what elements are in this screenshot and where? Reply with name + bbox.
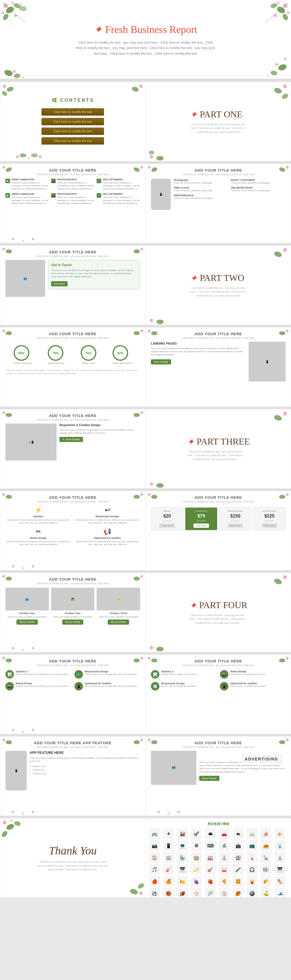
part-two-text: Click here to modify the text , you may … [190, 286, 246, 298]
part-four-text: Click here to modify the text , you may … [189, 614, 246, 625]
part-three-label: PART THREE [197, 436, 250, 447]
part-one-label: PART ONE [200, 109, 242, 119]
svg-point-24 [270, 70, 278, 76]
svg-point-128 [6, 823, 15, 831]
circle-2: 70% Adobe Illustrator [48, 345, 64, 364]
product-3: 🤝 Product Three There are many variation… [97, 588, 140, 625]
if-item-1: ⚡ Statistic Please click here to modify … [5, 506, 71, 525]
i4-icon-1: 📊 [5, 670, 14, 679]
icon-cell-43: 🍇 [191, 876, 202, 887]
contents-btn-2[interactable]: Click here to modify the text [41, 118, 104, 125]
icon-cell-55: 🏐 [219, 888, 230, 897]
resp-header: ADD YOUR TITLE HERE Click here to modify… [5, 414, 140, 421]
circle-1: 80% Adobe Photoshop [14, 345, 32, 364]
feature-item-5: 📷 PHOTOGRAPHY There are many variations … [51, 192, 95, 205]
if-header: ADD YOUR TITLE HERE Click here to modify… [5, 495, 140, 503]
contents-btn-3[interactable]: Click here to modify the text [41, 127, 104, 135]
icon-cell-34: 🎻 [205, 864, 216, 875]
icon-cell-49: 🌯 [275, 876, 285, 887]
slide-title: ✦ Fresh Business Report Click here to mo… [0, 0, 291, 80]
icon-cell-14: ⌨ [205, 840, 216, 851]
svg-point-126 [3, 821, 6, 825]
resp-btn[interactable]: ✕ More Details [59, 437, 83, 442]
bullet-1-icon: ✓ [30, 765, 32, 767]
separator-4 [0, 325, 291, 327]
if-grid: ⚡ Statistic Please click here to modify … [5, 506, 140, 546]
i4-icon-3: 📷 [5, 682, 14, 690]
separator-6 [0, 488, 291, 491]
adv-btn[interactable]: More Details [199, 776, 219, 781]
circle-3: 76% Adobe Flash [81, 345, 96, 364]
basic-btn[interactable]: Order Now [159, 523, 175, 528]
standard-btn[interactable]: Order Now [194, 523, 209, 528]
slide-appfeature: ADD YOUR TITLE HERE APP FEATURE Click he… [0, 736, 145, 816]
svg-point-130 [0, 830, 8, 838]
phone-features-grid: Photograph There are many variations of … [173, 179, 286, 199]
photo-icon-2: 📷 [51, 193, 56, 198]
app-phone-image: 📱 [5, 751, 27, 791]
icon-cell-12: 💻 [177, 840, 188, 851]
icons-grid-container: 🚌✈🚂🚀🛳🚗🏍🚲⛵🚁📷📱💻🖥⌨🖨📠📺📻📡🏠🏢🏪🏫🏭⛪🏰🗼🗽⛲🎵🎸🎹🎺🎻🥁🎤🎧🎼🎹… [149, 828, 287, 897]
row-6: ADD YOUR TITLE HERE Click here to modify… [0, 409, 291, 488]
ultra-btn[interactable]: Order Now [262, 523, 277, 528]
icon-cell-7: 🚲 [246, 828, 258, 839]
floral-tr-icon [245, 0, 291, 45]
icon-cell-31: 🎸 [163, 864, 174, 875]
svg-point-4 [13, 2, 21, 9]
icon-cell-48: 🌮 [261, 876, 271, 887]
icon-cell-5: 🚗 [219, 828, 230, 839]
profession-btn[interactable]: Order Now [227, 523, 243, 528]
phone-image: 📱 [151, 179, 171, 210]
icon-cell-27: 🗼 [246, 852, 258, 863]
icon-cell-51: 🏀 [163, 888, 174, 897]
git-btn[interactable]: Get More [51, 281, 68, 286]
slide-pricing: ADD YOUR TITLE HERE Click here to modify… [145, 491, 291, 570]
svg-point-13 [287, 11, 289, 14]
features-inner: ADD YOUR TITLE HERE Click here to modify… [0, 164, 145, 243]
icon-cell-57: 🎱 [246, 888, 258, 897]
row-11: Thank You Click here to modify the text … [0, 818, 291, 897]
icon-cell-1: ✈ [163, 828, 174, 839]
phone-title: ADD YOUR TITLE HERE [151, 168, 286, 172]
title-body: Click here to modify the text , you may … [75, 40, 216, 57]
features-header: ADD YOUR TITLE HERE Click here to modify… [5, 168, 140, 176]
product-btn-2[interactable]: READ MORE [62, 619, 84, 625]
slide-thankyou: Thank You Click here to modify the text … [0, 818, 145, 897]
app-feature-text: There are many variations of passages of… [30, 756, 140, 763]
icon-cell-33: 🎺 [191, 864, 202, 875]
products-inner: ADD YOUR TITLE HERE Click here to modify… [0, 573, 145, 652]
feature-text-5: PHOTOGRAPHY There are many variations of… [57, 192, 95, 205]
i4-item-4: 📱 Optimized for mobiles Please does here… [75, 682, 140, 690]
landing-btn[interactable]: More Details [151, 360, 171, 364]
circles-inner: ADD YOUR TITLE HERE Click here to modify… [0, 328, 145, 406]
icon-cell-42: 🍋 [177, 876, 188, 887]
part-three-text: Click here to modify the text , you may … [187, 450, 243, 461]
thankyou-content: Thank You Click here to modify the text … [32, 838, 114, 877]
product-btn-3[interactable]: READ MORE [108, 619, 129, 625]
row-8: ADD YOUR TITLE HERE Click here to modify… [0, 573, 291, 652]
icon-cell-36: 🎤 [233, 864, 243, 875]
p2-icon-4: 📱 [220, 682, 229, 690]
icon-cell-3: 🚀 [191, 828, 202, 839]
phone-feat-4: UNLIMITED BOOK There are many variations… [231, 186, 286, 192]
icon-cell-38: 🎼 [261, 864, 271, 875]
feature-item-2: 📷 PHOTOGRAPHY There are many variations … [51, 178, 95, 190]
seo-icon-2: ✓ [97, 193, 101, 198]
row-4: ADD YOUR TITLE HERE Click here to modify… [0, 245, 291, 325]
slide-phone-features: ADD YOUR TITLE HERE Click here to modify… [145, 164, 291, 243]
svg-point-21 [13, 70, 16, 73]
pricing-cards: BASIC $20 per month Order Now STANDARD $… [151, 508, 286, 530]
svg-point-27 [284, 57, 287, 60]
icon-cell-58: ⛳ [261, 888, 271, 897]
icon-cell-24: 🏭 [205, 852, 216, 863]
contents-btn-1[interactable]: Click here to modify the text [41, 108, 104, 116]
icon-cell-45: 🍕 [219, 876, 230, 887]
separator-1 [0, 80, 291, 82]
git-title: ADD YOUR TITLE HERE [5, 250, 140, 254]
separator-9 [0, 734, 291, 736]
contents-btn-4[interactable]: Click here to modify the text [41, 137, 104, 145]
product-btn-1[interactable]: READ MORE [16, 619, 38, 625]
phone-feat-2: HAPPY CUSTOMER There are many variations… [231, 179, 286, 184]
p2-item-1: 📊 Statistic 4 Please click to modify the… [151, 670, 216, 679]
icon-cell-15: 🖨 [219, 840, 230, 851]
